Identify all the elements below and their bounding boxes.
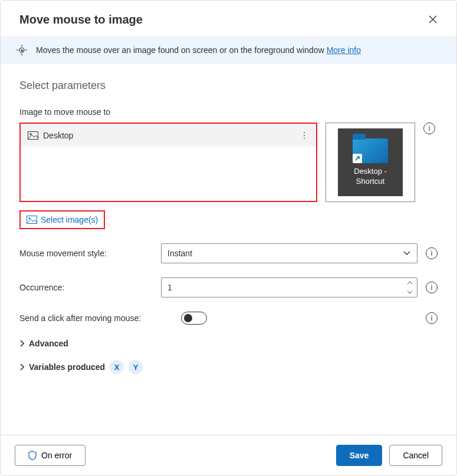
variables-produced-label: Variables produced [29, 362, 105, 372]
select-images-button[interactable]: Select image(s) [19, 210, 105, 229]
on-error-button[interactable]: On error [15, 445, 86, 466]
occurrence-stepper[interactable]: 1 [161, 277, 417, 298]
image-field-label: Image to move mouse to [19, 107, 438, 117]
info-banner: Moves the mouse over an image found on s… [1, 36, 456, 64]
dialog: Move mouse to image Moves the mouse over… [0, 0, 457, 476]
mouse-target-icon [16, 44, 28, 56]
shortcut-arrow-icon [353, 154, 362, 163]
chevron-right-icon [19, 340, 24, 347]
image-preview: Desktop - Shortcut [326, 123, 415, 202]
send-click-label: Send a click after moving mouse: [19, 313, 173, 323]
send-click-row: Send a click after moving mouse: i [19, 312, 438, 325]
advanced-label: Advanced [29, 339, 68, 348]
save-button[interactable]: Save [336, 445, 383, 466]
shield-icon [28, 451, 37, 460]
chevron-right-icon [19, 363, 24, 371]
mouse-style-label: Mouse movement style: [19, 249, 153, 258]
image-list-item[interactable]: Desktop [21, 124, 316, 147]
occurrence-row: Occurrence: 1 i [19, 277, 438, 298]
advanced-expander[interactable]: Advanced [19, 339, 438, 348]
variable-chip-y[interactable]: Y [129, 360, 143, 374]
toggle-knob [184, 314, 192, 322]
section-title: Select parameters [19, 80, 438, 92]
info-banner-text: Moves the mouse over an image found on s… [36, 45, 361, 55]
chevron-down-icon [403, 250, 411, 256]
dialog-body: Select parameters Image to move mouse to… [1, 64, 456, 435]
info-icon[interactable]: i [426, 312, 438, 324]
more-info-link[interactable]: More info [327, 45, 361, 55]
preview-label: Desktop - Shortcut [354, 167, 387, 187]
image-selection-area: Desktop Desktop - Shortcut [19, 123, 438, 202]
title-bar: Move mouse to image [1, 1, 456, 36]
svg-point-2 [30, 133, 32, 135]
svg-rect-1 [28, 131, 38, 139]
image-preview-thumbnail: Desktop - Shortcut [338, 128, 403, 196]
image-item-name: Desktop [43, 131, 73, 140]
image-icon [28, 131, 38, 140]
chevron-down-icon [407, 290, 413, 294]
select-images-label: Select image(s) [41, 215, 98, 224]
image-icon [27, 216, 37, 224]
dialog-title: Move mouse to image [19, 13, 143, 27]
info-icon[interactable]: i [426, 247, 438, 259]
stepper-down-button[interactable] [403, 287, 417, 297]
chevron-up-icon [407, 281, 413, 285]
image-list[interactable]: Desktop [19, 123, 317, 202]
svg-point-4 [29, 217, 31, 219]
dialog-footer: On error Save Cancel [1, 435, 456, 475]
banner-description: Moves the mouse over an image found on s… [36, 45, 327, 55]
info-icon[interactable]: i [423, 123, 435, 134]
folder-icon [353, 138, 388, 163]
variable-chip-x[interactable]: X [110, 360, 124, 374]
close-button[interactable] [425, 11, 441, 28]
close-icon [429, 15, 437, 24]
occurrence-label: Occurrence: [19, 283, 153, 292]
info-icon[interactable]: i [426, 282, 438, 293]
occurrence-value: 1 [167, 283, 403, 292]
image-item-menu-button[interactable] [300, 132, 309, 139]
send-click-toggle[interactable] [181, 312, 207, 325]
on-error-label: On error [41, 451, 72, 460]
mouse-style-value: Instant [167, 249, 192, 258]
cancel-button[interactable]: Cancel [389, 445, 442, 466]
mouse-style-select[interactable]: Instant [161, 243, 417, 263]
svg-rect-3 [27, 216, 37, 224]
mouse-style-row: Mouse movement style: Instant i [19, 243, 438, 263]
stepper-up-button[interactable] [403, 278, 417, 287]
variables-produced-expander[interactable]: Variables produced X Y [19, 360, 438, 374]
